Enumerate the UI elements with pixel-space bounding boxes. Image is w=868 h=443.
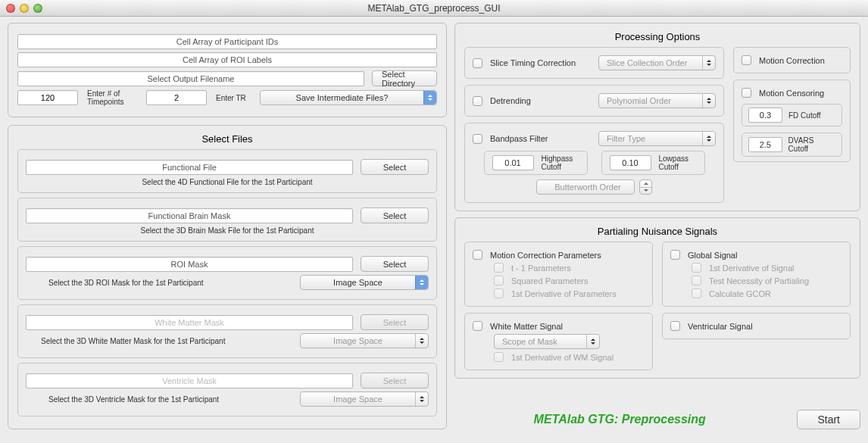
- roimask-space-dropdown[interactable]: Image Space: [300, 275, 429, 290]
- group-motion-params: Motion Correction Parameters t - 1 Param…: [464, 242, 653, 307]
- partialing-title: Partialing Nuisance Signals: [464, 226, 851, 237]
- panel-processing: Processing Options Slice Timing Correcti…: [454, 23, 860, 211]
- group-wm: White Matter Mask Select Select the 3D W…: [17, 304, 437, 358]
- chevron-updown-icon: [415, 276, 428, 289]
- wm-scope-dropdown[interactable]: Scope of Mask: [494, 334, 600, 349]
- chevron-updown-icon: [415, 392, 428, 406]
- wm-space-dropdown[interactable]: Image Space: [300, 333, 429, 348]
- select-files-title: Select Files: [17, 133, 437, 145]
- brainmask-input[interactable]: Functional Brain Mask: [26, 208, 353, 223]
- group-detrending: Detrending Polynomial Order: [464, 85, 724, 117]
- tr-label: Enter TR: [216, 94, 246, 102]
- processing-title: Processing Options: [464, 31, 851, 42]
- group-roimask: ROI Mask Select Select the 3D ROI Mask f…: [17, 246, 437, 300]
- wm-hint: Select the 3D White Matter Mask for the …: [26, 337, 292, 345]
- chevron-updown-icon: [586, 335, 599, 348]
- vent-select-button[interactable]: Select: [361, 373, 429, 388]
- butterworth-order-dropdown[interactable]: Butterworth Order: [536, 179, 635, 195]
- group-slice-timing: Slice Timing Correction Slice Collection…: [464, 47, 724, 79]
- group-brainmask: Functional Brain Mask Select Select the …: [17, 198, 437, 242]
- g-d1-checkbox[interactable]: [692, 263, 701, 273]
- participant-ids-input[interactable]: Cell Array of Participant IDs: [17, 34, 437, 49]
- vent-space-dropdown[interactable]: Image Space: [300, 392, 429, 407]
- timepoints-input[interactable]: 120: [17, 90, 78, 105]
- group-bandpass: Bandpass Filter Filter Type 0.01 Highpas…: [464, 123, 724, 203]
- window-title: METAlab_GTG_preprocess_GUI: [0, 3, 868, 14]
- panel-basic-params: Cell Array of Participant IDs Cell Array…: [8, 23, 447, 117]
- chevron-updown-icon: [423, 91, 436, 105]
- filter-type-dropdown[interactable]: Filter Type: [598, 131, 716, 146]
- wm-signal-checkbox[interactable]: [473, 321, 482, 331]
- sq-checkbox[interactable]: [494, 276, 504, 285]
- fd-cutoff-input[interactable]: 0.3: [748, 108, 782, 123]
- group-wm-signal: White Matter Signal Scope of Mask 1st De…: [464, 313, 653, 370]
- global-signal-checkbox[interactable]: [670, 250, 680, 260]
- bandpass-label: Bandpass Filter: [490, 134, 548, 143]
- dvars-cutoff-input[interactable]: 2.5: [748, 137, 782, 152]
- slice-timing-label: Slice Timing Correction: [490, 58, 576, 67]
- start-button[interactable]: Start: [797, 410, 860, 429]
- lowpass-input[interactable]: 0.10: [610, 155, 651, 170]
- roimask-hint: Select the 3D ROI Mask for the 1st Parti…: [26, 279, 292, 287]
- butterworth-stepper[interactable]: [639, 179, 652, 195]
- group-vent: Ventricle Mask Select Select the 3D Vent…: [17, 363, 437, 416]
- group-vent-signal: Ventricular Signal: [662, 313, 851, 339]
- roimask-input[interactable]: ROI Mask: [26, 257, 353, 272]
- brainmask-hint: Select the 3D Brain Mask File for the 1s…: [26, 226, 429, 235]
- detrending-label: Detrending: [490, 96, 531, 105]
- save-intermediate-dropdown[interactable]: Save Intermediate Files?: [260, 90, 437, 105]
- panel-select-files: Select Files Functional File Select Sele…: [8, 125, 447, 429]
- vent-hint: Select the 3D Ventricle Mask for the 1st…: [26, 395, 292, 404]
- tr-input[interactable]: 2: [146, 90, 207, 105]
- brainmask-select-button[interactable]: Select: [361, 207, 429, 223]
- poly-order-dropdown[interactable]: Polynomial Order: [598, 93, 716, 108]
- slice-order-dropdown[interactable]: Slice Collection Order: [598, 55, 716, 70]
- timepoints-label: Enter # of Timepoints: [87, 89, 133, 106]
- motion-censoring-checkbox[interactable]: [742, 88, 751, 98]
- motion-correction-label: Motion Correction: [759, 56, 825, 65]
- group-motion-correction: Motion Correction: [733, 47, 851, 73]
- motion-correction-checkbox[interactable]: [742, 55, 751, 65]
- functional-hint: Select the 4D Functional File for the 1s…: [26, 178, 429, 186]
- fd-cutoff-label: FD Cutoff: [788, 111, 821, 120]
- functional-file-input[interactable]: Functional File: [26, 160, 353, 175]
- wm-d1-checkbox[interactable]: [494, 352, 504, 362]
- brand-label: METAlab GTG: Preprocessing: [454, 413, 785, 426]
- roimask-select-button[interactable]: Select: [361, 256, 429, 272]
- bandpass-checkbox[interactable]: [473, 134, 482, 144]
- zoom-icon[interactable]: [33, 4, 42, 13]
- g-test-checkbox[interactable]: [692, 276, 701, 285]
- slice-timing-checkbox[interactable]: [473, 58, 482, 68]
- chevron-updown-icon: [702, 94, 715, 108]
- select-directory-button[interactable]: Select Directory: [372, 70, 437, 86]
- lowpass-label: Lowpass Cutoff: [659, 154, 697, 171]
- wm-input[interactable]: White Matter Mask: [26, 315, 353, 330]
- panel-partialing: Partialing Nuisance Signals Motion Corre…: [454, 217, 860, 379]
- g-gcor-checkbox[interactable]: [692, 289, 701, 298]
- group-motion-censoring: Motion Censoring 0.3 FD Cutoff 2.5 DVARS…: [733, 80, 851, 162]
- chevron-updown-icon: [702, 56, 715, 70]
- vent-signal-checkbox[interactable]: [670, 321, 680, 331]
- output-filename-input[interactable]: Select Output Filename: [17, 71, 364, 86]
- motion-censoring-label: Motion Censoring: [759, 89, 824, 98]
- minimize-icon[interactable]: [20, 4, 29, 13]
- highpass-label: Highpass Cutoff: [542, 154, 579, 171]
- group-functional: Functional File Select Select the 4D Fun…: [17, 149, 437, 193]
- highpass-input[interactable]: 0.01: [492, 155, 534, 170]
- roi-labels-input[interactable]: Cell Array of ROI Labels: [17, 52, 437, 67]
- motion-params-checkbox[interactable]: [473, 250, 482, 260]
- dvars-cutoff-label: DVARS Cutoff: [788, 136, 835, 153]
- functional-select-button[interactable]: Select: [361, 159, 429, 175]
- t1-checkbox[interactable]: [494, 263, 504, 273]
- chevron-updown-icon: [702, 132, 715, 145]
- group-global-signal: Global Signal 1st Derivative of Signal T…: [662, 242, 851, 307]
- d1-checkbox[interactable]: [494, 289, 504, 298]
- close-icon[interactable]: [6, 4, 15, 13]
- vent-input[interactable]: Ventricle Mask: [26, 373, 353, 388]
- detrending-checkbox[interactable]: [473, 96, 482, 106]
- wm-select-button[interactable]: Select: [361, 314, 429, 330]
- chevron-updown-icon: [415, 334, 428, 348]
